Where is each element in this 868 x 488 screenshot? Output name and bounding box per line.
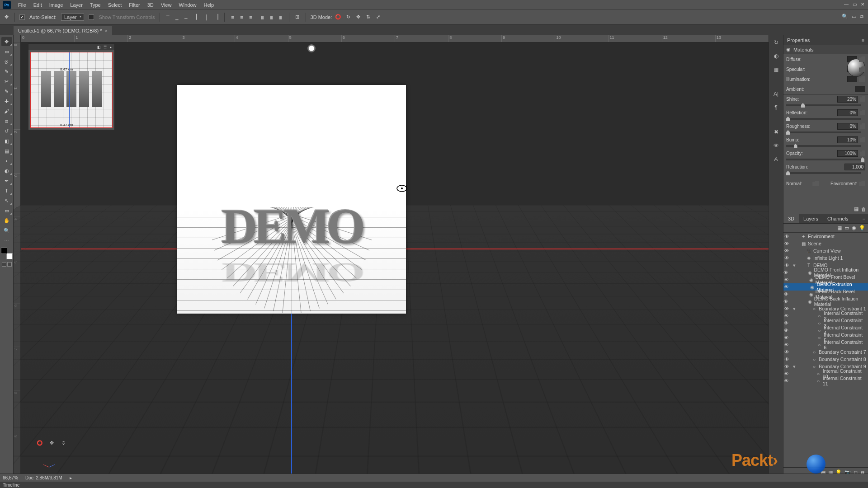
opacity-texture-icon[interactable]	[860, 150, 865, 156]
distribute-hcenter-icon[interactable]: ⫼	[268, 14, 275, 21]
navigator-view-box[interactable]	[30, 52, 113, 128]
3d-roll-icon[interactable]: ↻	[344, 14, 352, 21]
edit-toolbar-icon[interactable]: ⋯	[1, 236, 12, 245]
window-close-icon[interactable]: ✕	[859, 1, 866, 7]
light-widget-icon[interactable]	[308, 45, 315, 52]
align-left-icon[interactable]: ▏	[194, 14, 202, 21]
doc-size[interactable]: Doc: 2,86M/3,81M	[25, 475, 62, 480]
viewport[interactable]: DEMO DEMO ◧ ☰ ▸ 8.47 cm 8.47 cm	[21, 42, 769, 477]
delete-material-icon[interactable]: 🗑	[861, 206, 866, 212]
nav-toggle-icon[interactable]: ◧	[97, 45, 101, 49]
reflection-slider[interactable]	[786, 118, 861, 120]
eraser-tool[interactable]: ◧	[1, 136, 12, 145]
move-tool[interactable]: ✥	[1, 37, 12, 46]
menu-layer[interactable]: Layer	[66, 2, 86, 8]
refraction-slider[interactable]	[786, 172, 861, 174]
opacity-value[interactable]: 100%	[837, 150, 858, 157]
shine-slider[interactable]	[786, 104, 861, 106]
shine-value[interactable]: 20%	[837, 96, 858, 103]
tree-row[interactable]: 👁🎥Current View	[783, 247, 868, 254]
visibility-eye-icon[interactable]: 👁	[783, 255, 790, 261]
reflection-texture-icon[interactable]	[860, 110, 865, 115]
character-panel-icon[interactable]: A|	[772, 89, 781, 99]
filter-mesh-icon[interactable]: ▭	[844, 225, 849, 231]
nav-menu-icon[interactable]: ☰	[103, 45, 107, 49]
bump-texture-icon[interactable]	[860, 137, 865, 142]
distribute-bottom-icon[interactable]: ≡	[247, 14, 255, 21]
visibility-eye-icon[interactable]: 👁	[783, 364, 790, 369]
auto-select-dropdown[interactable]: Layer	[61, 14, 85, 21]
visibility-eye-icon[interactable]: 👁	[783, 248, 790, 253]
reflection-value[interactable]: 0%	[837, 109, 858, 116]
visibility-eye-icon[interactable]: 👁	[783, 299, 789, 304]
brush-tool[interactable]: 🖌	[1, 107, 12, 116]
visibility-eye-icon[interactable]: 👁	[783, 371, 789, 376]
quick-mask-icon[interactable]	[2, 262, 6, 267]
visibility-eye-icon[interactable]: 👁	[783, 357, 790, 362]
auto-select-checkbox[interactable]: ✔	[19, 14, 25, 20]
align-bottom-icon[interactable]: ⎽	[183, 14, 190, 21]
dolly-icon[interactable]: ⇕	[60, 439, 67, 446]
3d-scale-icon[interactable]: ⤢	[374, 14, 382, 21]
tab-channels[interactable]: Channels	[823, 214, 853, 223]
illumination-swatch[interactable]	[847, 76, 857, 82]
tree-row[interactable]: 👁▦Scene	[783, 240, 868, 247]
share-icon[interactable]: ⧉	[860, 14, 863, 19]
refraction-value[interactable]: 1,000	[844, 164, 865, 170]
workspace-icon[interactable]: ▭	[852, 14, 856, 19]
status-arrow-icon[interactable]: ▸	[70, 475, 72, 480]
tree-row[interactable]: 👁○Boundary Constraint 7	[783, 348, 868, 356]
tree-row[interactable]: 👁◉DEMO Back Inflation Material	[783, 298, 868, 305]
visibility-eye-icon[interactable]: 👁	[783, 378, 789, 384]
normal-texture-icon[interactable]	[812, 181, 819, 186]
paragraph-panel-icon[interactable]: ¶	[772, 103, 781, 112]
glyphs-panel-icon[interactable]: A	[772, 155, 781, 164]
path-select-tool[interactable]: ↖	[1, 196, 12, 205]
quick-select-tool[interactable]: ✎	[1, 67, 12, 76]
ambient-swatch[interactable]	[855, 86, 865, 92]
disclosure-triangle-icon[interactable]: ▾	[792, 306, 797, 311]
zoom-tool[interactable]: 🔍	[1, 226, 12, 235]
filter-material-icon[interactable]: ◉	[852, 225, 856, 231]
menu-image[interactable]: Image	[46, 2, 67, 8]
menu-filter[interactable]: Filter	[125, 2, 143, 8]
visibility-eye-icon[interactable]: 👁	[783, 263, 790, 268]
visibility-eye-icon[interactable]: 👁	[783, 320, 790, 326]
pan-icon[interactable]: ✥	[48, 439, 55, 446]
background-color-swatch[interactable]	[6, 253, 13, 259]
type-tool[interactable]: T	[1, 186, 12, 195]
align-vcenter-icon[interactable]: ⎯	[174, 14, 181, 21]
visibility-eye-icon[interactable]: 👁	[783, 241, 790, 246]
menu-window[interactable]: Window	[175, 2, 200, 8]
menu-edit[interactable]: Edit	[30, 2, 46, 8]
3d-slide-icon[interactable]: ⇅	[364, 14, 372, 21]
diffuse-texture-icon[interactable]	[859, 56, 865, 62]
document-tab[interactable]: Untitled-1 @ 66,7% (DEMO, RGB/8) * ×	[14, 26, 112, 35]
environment-texture-icon[interactable]	[859, 181, 865, 186]
adjustments-panel-icon[interactable]: ◐	[772, 52, 781, 61]
tree-row[interactable]: 👁✦Environment	[783, 233, 868, 240]
panel-menu-icon[interactable]: ≡	[863, 216, 868, 221]
distribute-right-icon[interactable]: ⫼	[277, 14, 284, 21]
visibility-eye-icon[interactable]: 👁	[783, 291, 789, 297]
tree-row[interactable]: 👁○Boundary Constraint 8	[783, 356, 868, 363]
menu-help[interactable]: Help	[200, 2, 218, 8]
tree-row[interactable]: 👁○Internal Constraint 6	[783, 341, 868, 348]
pen-tool[interactable]: ✒	[1, 176, 12, 185]
visibility-eye-icon[interactable]: 👁	[783, 313, 790, 319]
menu-view[interactable]: View	[157, 2, 175, 8]
clone-panel-icon[interactable]: 👁	[772, 141, 781, 150]
menu-select[interactable]: Select	[104, 2, 126, 8]
brushes-panel-icon[interactable]: ✖	[772, 127, 781, 136]
search-icon[interactable]: 🔍	[842, 14, 848, 19]
close-tab-icon[interactable]: ×	[104, 28, 107, 33]
roughness-slider[interactable]	[786, 131, 861, 133]
zoom-level[interactable]: 66,67%	[3, 475, 18, 480]
3d-orbit-icon[interactable]: ⭕	[335, 14, 342, 21]
nav-collapse-icon[interactable]: ▸	[108, 45, 113, 49]
bump-slider[interactable]	[786, 145, 861, 147]
filter-light-icon[interactable]: 💡	[859, 225, 865, 231]
screen-mode-icon[interactable]	[7, 262, 12, 267]
show-transform-checkbox[interactable]	[89, 14, 94, 20]
hand-tool[interactable]: ✋	[1, 216, 12, 225]
